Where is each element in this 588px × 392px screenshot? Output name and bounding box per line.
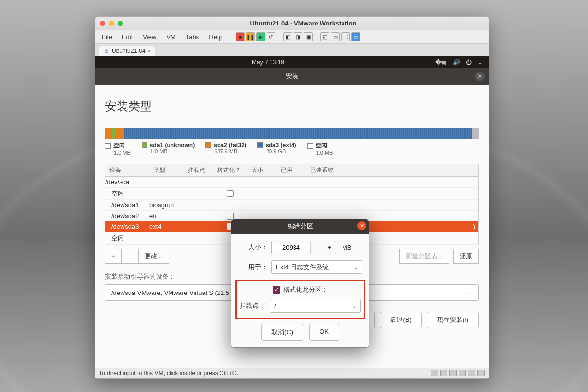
disk-usage-bar: [105, 128, 479, 139]
filesystem-select[interactable]: Ext4 日志文件系统 ⌄: [271, 260, 362, 274]
menubar: File Edit View VM Tabs Help ■ ❚❚ ▶ ↺ ◧ ◨…: [95, 30, 489, 44]
add-partition-button[interactable]: +: [105, 249, 122, 264]
remove-partition-button[interactable]: –: [122, 249, 138, 264]
table-row[interactable]: 空闲: [105, 188, 478, 200]
highlight-box: ✓ 格式化此分区： 挂载点： / ⌄: [235, 280, 365, 319]
cancel-button[interactable]: 取消(C): [261, 324, 303, 341]
col-type: 类型: [149, 164, 184, 176]
format-label: 格式化此分区：: [283, 285, 328, 294]
installer-header-title: 安装: [286, 72, 298, 81]
vmware-window: Ubuntu21.04 - VMware Workstation File Ed…: [95, 16, 489, 379]
col-format: 格式化？: [213, 164, 247, 176]
clock[interactable]: May 7 13:19: [101, 59, 435, 66]
sound-icon[interactable]: [468, 370, 475, 376]
new-table-button[interactable]: 新建分区表...: [399, 249, 449, 264]
size-label: 大小：: [238, 243, 268, 252]
mount-label: 挂载点：: [240, 301, 270, 310]
maximize-window-icon[interactable]: [118, 21, 123, 26]
volume-icon[interactable]: 🔊: [453, 59, 460, 66]
unity-icon[interactable]: ◰: [320, 32, 329, 41]
menu-help[interactable]: Help: [205, 32, 226, 42]
menu-view[interactable]: View: [139, 32, 160, 42]
snapshot-manager-icon[interactable]: ◨: [294, 32, 302, 41]
col-system: 已装系统: [306, 164, 478, 176]
vm-tabs: 🖥 Ubuntu21.04 ×: [95, 44, 489, 56]
menu-vm[interactable]: VM: [162, 32, 180, 42]
pause-icon[interactable]: ❚❚: [246, 32, 255, 41]
printer-icon[interactable]: [459, 370, 466, 376]
menu-edit[interactable]: Edit: [118, 32, 137, 42]
reset-icon[interactable]: ↺: [267, 32, 275, 41]
fullscreen-icon[interactable]: ⛶: [341, 32, 350, 41]
legend-sda3: sda3 (ext4): [266, 142, 296, 148]
checkbox[interactable]: [227, 190, 234, 197]
format-checkbox[interactable]: ✓: [273, 286, 280, 294]
col-mount: 挂载点: [184, 164, 213, 176]
chevron-down-icon: ⌄: [352, 303, 356, 309]
mount-point-select[interactable]: / ⌄: [270, 299, 361, 313]
col-used: 已用: [277, 164, 306, 176]
console-view-icon[interactable]: ▭: [331, 32, 340, 41]
installer-header: 安装 ✕: [95, 68, 489, 85]
menu-file[interactable]: File: [98, 32, 116, 42]
capture-screen-icon[interactable]: ▣: [304, 32, 313, 41]
vm-tab-label: Ubuntu21.04: [112, 48, 146, 54]
legend-free2: 空闲: [316, 142, 327, 150]
close-tab-icon[interactable]: ×: [148, 48, 151, 54]
close-icon[interactable]: ✕: [475, 72, 485, 81]
hdd-icon[interactable]: [431, 370, 438, 376]
power-off-icon[interactable]: ■: [236, 32, 245, 41]
play-icon[interactable]: ▶: [256, 32, 265, 41]
col-device: 设备: [105, 164, 149, 176]
cd-icon[interactable]: [440, 370, 447, 376]
size-decrement-button[interactable]: –: [310, 241, 323, 254]
legend-sda1: sda1 (unknown): [150, 142, 195, 148]
guest-display[interactable]: May 7 13:19 �품 🔊 ⏻ ⌄ 安装 ✕ 安装类型 空闲1.0 MB …: [95, 56, 489, 368]
filesystem-value: Ext4 日志文件系统: [276, 263, 329, 271]
ok-button[interactable]: OK: [309, 324, 339, 341]
dialog-title: 编辑分区: [288, 222, 313, 231]
change-button[interactable]: 更改...: [138, 249, 169, 264]
size-increment-button[interactable]: +: [323, 241, 336, 254]
chevron-down-icon: ⌄: [468, 290, 472, 295]
close-window-icon[interactable]: [100, 21, 105, 26]
mount-point-value: /: [274, 302, 276, 310]
stretch-icon[interactable]: ▭: [351, 32, 360, 41]
vm-tab-ubuntu[interactable]: 🖥 Ubuntu21.04 ×: [99, 46, 155, 56]
close-icon[interactable]: ✕: [357, 221, 366, 230]
legend-sda2: sda2 (fat32): [214, 142, 246, 148]
window-title: Ubuntu21.04 - VMware Workstation: [123, 20, 484, 27]
status-text: To direct input to this VM, click inside…: [99, 370, 238, 377]
minimize-window-icon[interactable]: [109, 21, 114, 26]
monitor-icon: 🖥: [103, 48, 109, 54]
chevron-down-icon[interactable]: ⌄: [478, 59, 483, 66]
table-row[interactable]: /dev/sda: [105, 177, 478, 188]
usedfor-label: 用于：: [238, 263, 268, 271]
revert-button[interactable]: 还原: [453, 249, 479, 264]
size-spinner: – +: [271, 241, 336, 254]
install-now-button[interactable]: 现在安装(I): [427, 312, 479, 328]
network-icon[interactable]: �품: [435, 58, 447, 67]
usb-icon[interactable]: [477, 370, 485, 376]
power-icon[interactable]: ⏻: [466, 59, 472, 66]
disk-legend: 空闲1.0 MB sda1 (unknown)1.0 MB sda2 (fat3…: [105, 142, 479, 156]
status-bar: To direct input to this VM, click inside…: [95, 368, 489, 378]
size-input[interactable]: [272, 244, 310, 251]
chevron-down-icon: ⌄: [354, 265, 358, 270]
dialog-header: 编辑分区 ✕: [231, 219, 369, 234]
page-title: 安装类型: [105, 98, 479, 114]
col-size: 大小: [247, 164, 277, 176]
edit-partition-dialog: 编辑分区 ✕ 大小： – + MB 用于： Ext4 日志文件系统: [231, 219, 369, 348]
menu-tabs[interactable]: Tabs: [182, 32, 203, 42]
size-unit: MB: [342, 244, 352, 251]
legend-free: 空闲: [113, 142, 125, 150]
titlebar: Ubuntu21.04 - VMware Workstation: [95, 17, 489, 30]
network-status-icon[interactable]: [449, 370, 457, 376]
ubuntu-topbar: May 7 13:19 �품 🔊 ⏻ ⌄: [95, 56, 489, 68]
boot-device-value: /dev/sda VMware, VMware Virtual S (21.5 …: [111, 289, 243, 296]
table-row[interactable]: /dev/sda1biosgrub: [105, 200, 478, 211]
snapshot-icon[interactable]: ◧: [283, 32, 292, 41]
back-button[interactable]: 后退(B): [380, 312, 421, 328]
